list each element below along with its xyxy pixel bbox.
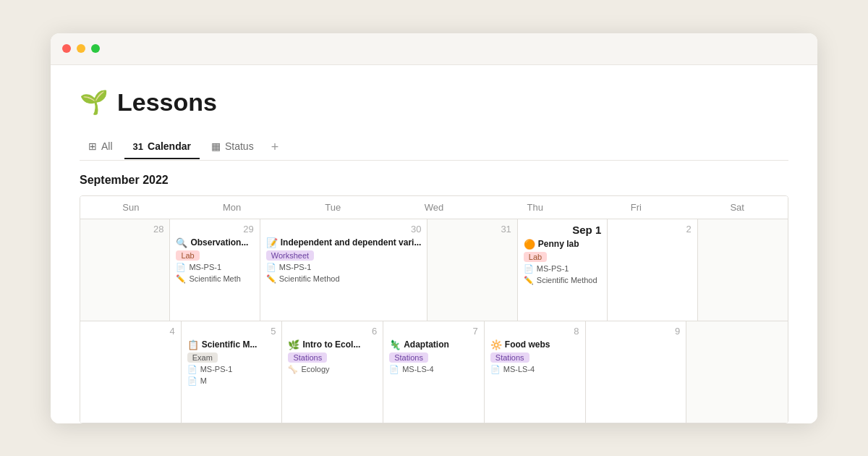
cell-4: 4 <box>80 321 182 423</box>
leaf-icon: 🦴 <box>288 365 298 374</box>
cell-28: 28 <box>80 219 170 321</box>
page-title: Lessons <box>117 88 217 117</box>
event-observation[interactable]: 🔍 Observation... Lab 📄 MS-PS-1 ✏️ <box>176 237 253 284</box>
cell-date-5: 5 <box>187 326 276 337</box>
day-header-thu: Thu <box>485 196 586 219</box>
cell-date-6: 6 <box>288 326 377 337</box>
event-adaptation-meta: 📄 MS-LS-4 <box>389 365 478 374</box>
event-scientific-badge: Exam <box>187 352 218 363</box>
table-icon: ⊞ <box>88 140 97 152</box>
day-header-wed: Wed <box>383 196 485 219</box>
event-foodwebs-meta: 📄 MS-LS-4 <box>490 365 579 374</box>
calendar-row-1: 28 29 🔍 Observation... Lab <box>80 219 788 321</box>
event-independent-standard: MS-PS-1 <box>279 263 312 271</box>
event-penny-title: 🟠 Penny lab <box>524 239 601 250</box>
calendar-row-2: 4 5 📋 Scientific M... Exam <box>80 321 788 423</box>
cell-date-9: 9 <box>592 326 681 337</box>
cell-2: 2 <box>608 219 697 321</box>
page-icon: 🌱 <box>80 88 109 116</box>
cell-date-7: 7 <box>389 326 478 337</box>
event-observation-standard: MS-PS-1 <box>189 263 221 271</box>
event-penny-subject: ✏️ Scientific Method <box>524 276 601 285</box>
minimize-button[interactable] <box>77 44 85 53</box>
event-observation-meta: 📄 MS-PS-1 <box>176 263 253 272</box>
cell-31: 31 <box>427 219 517 321</box>
day-header-fri: Fri <box>586 196 687 219</box>
event-adaptation-standard: MS-LS-4 <box>402 365 433 373</box>
cell-9: 9 <box>586 321 687 423</box>
event-independent[interactable]: 📝 Independent and dependent vari... Work… <box>266 237 422 284</box>
cell-8[interactable]: 8 🔆 Food webs Stations 📄 MS-LS-4 <box>485 321 586 423</box>
event-foodwebs-text: Food webs <box>505 339 550 350</box>
day-headers: Sun Mon Tue Wed Thu Fri Sat <box>80 196 788 219</box>
event-observation-subject-text: Scientific Meth <box>189 274 241 283</box>
cell-7[interactable]: 7 🦎 Adaptation Stations 📄 MS-LS-4 <box>383 321 485 423</box>
titlebar <box>51 33 817 65</box>
tab-calendar[interactable]: 31 Calendar <box>124 135 200 159</box>
doc-icon-5: 📄 <box>389 365 399 374</box>
search-icon: 🔍 <box>176 237 187 248</box>
tab-all-label: All <box>101 140 113 152</box>
event-foodwebs-badge: Stations <box>490 352 529 363</box>
event-foodwebs[interactable]: 🔆 Food webs Stations 📄 MS-LS-4 <box>490 339 579 374</box>
tab-all[interactable]: ⊞ All <box>80 135 122 159</box>
event-independent-title: 📝 Independent and dependent vari... <box>266 237 422 248</box>
cell-30[interactable]: 30 📝 Independent and dependent vari... W… <box>260 219 428 321</box>
event-scientific-standard: MS-PS-1 <box>200 365 233 373</box>
event-foodwebs-title: 🔆 Food webs <box>490 339 579 350</box>
event-independent-badge: Worksheet <box>266 250 314 261</box>
month-label: September 2022 <box>80 161 788 195</box>
event-scientific-meta2: 📄 M <box>187 376 276 386</box>
maximize-button[interactable] <box>91 44 100 53</box>
cell-sat-1 <box>698 219 788 321</box>
event-scientific-standard2: M <box>200 376 207 385</box>
tab-status-label: Status <box>225 140 254 152</box>
cell-date-4: 4 <box>86 326 175 337</box>
event-adaptation-badge: Stations <box>389 352 428 363</box>
event-scientific-title: 📋 Scientific M... <box>187 339 276 350</box>
tab-bar: ⊞ All 31 Calendar ▦ Status + <box>80 134 788 161</box>
event-penny-badge: Lab <box>524 252 547 262</box>
pencil-icon-3: ✏️ <box>524 276 534 285</box>
event-independent-subject-text: Scientific Method <box>279 274 340 283</box>
cell-sat-2 <box>686 321 788 423</box>
event-ecology-subject-text: Ecology <box>301 365 329 373</box>
notepad-icon: 📝 <box>266 237 278 248</box>
event-ecology[interactable]: 🌿 Intro to Ecol... Stations 🦴 Ecology <box>288 339 377 374</box>
cell-29[interactable]: 29 🔍 Observation... Lab 📄 MS-PS-1 <box>170 219 260 321</box>
event-scientific[interactable]: 📋 Scientific M... Exam 📄 MS-PS-1 📄 <box>187 339 276 386</box>
event-adaptation-title: 🦎 Adaptation <box>389 339 478 350</box>
cell-date-sep1: Sep 1 <box>524 224 601 236</box>
add-tab-button[interactable]: + <box>265 134 285 161</box>
event-observation-title: 🔍 Observation... <box>176 237 253 248</box>
event-observation-text: Observation... <box>190 237 248 248</box>
event-scientific-text: Scientific M... <box>202 339 258 350</box>
cell-5[interactable]: 5 📋 Scientific M... Exam 📄 MS-PS-1 <box>182 321 283 423</box>
event-independent-meta: 📄 MS-PS-1 <box>266 263 422 272</box>
cell-6[interactable]: 6 🌿 Intro to Ecol... Stations 🦴 Ecology <box>282 321 383 423</box>
calendar-section: September 2022 Sun Mon Tue Wed Thu Fri S… <box>80 161 788 423</box>
day-header-sun: Sun <box>80 196 182 219</box>
cell-sep1[interactable]: Sep 1 🟠 Penny lab Lab 📄 MS-PS-1 <box>518 219 608 321</box>
event-ecology-text: Intro to Ecol... <box>302 339 360 350</box>
day-header-tue: Tue <box>282 196 383 219</box>
close-button[interactable] <box>62 44 71 53</box>
pencil-icon-2: ✏️ <box>266 274 276 284</box>
day-header-sat: Sat <box>686 196 788 219</box>
event-foodwebs-standard: MS-LS-4 <box>503 365 535 373</box>
foodwebs-icon: 🔆 <box>490 339 502 350</box>
calendar-rows: 28 29 🔍 Observation... Lab <box>80 219 788 423</box>
app-window: 🌱 Lessons ⊞ All 31 Calendar ▦ Status + S… <box>51 33 817 423</box>
tab-status[interactable]: ▦ Status <box>203 135 263 159</box>
cell-date-31: 31 <box>433 224 511 235</box>
event-ecology-badge: Stations <box>288 352 327 363</box>
event-penny[interactable]: 🟠 Penny lab Lab 📄 MS-PS-1 ✏️ <box>524 239 601 285</box>
doc-icon-4b: 📄 <box>187 376 197 386</box>
calendar-icon: 31 <box>133 141 143 152</box>
event-adaptation[interactable]: 🦎 Adaptation Stations 📄 MS-LS-4 <box>389 339 478 374</box>
doc-icon-6: 📄 <box>490 365 501 374</box>
event-ecology-title: 🌿 Intro to Ecol... <box>288 339 377 350</box>
cell-date-30: 30 <box>266 224 422 235</box>
penny-icon: 🟠 <box>524 239 535 250</box>
event-independent-text: Independent and dependent vari... <box>281 237 422 248</box>
